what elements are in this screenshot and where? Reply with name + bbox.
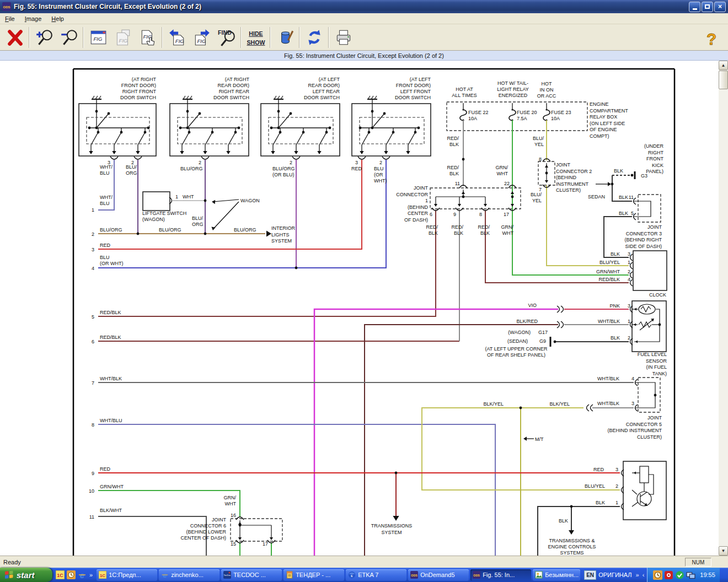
clockq-icon	[67, 570, 76, 579]
maximize-button[interactable]	[702, 2, 713, 12]
diagram-label: RIGHT REAR	[219, 89, 250, 94]
toolbar-refresh-button[interactable]	[302, 26, 326, 49]
toolbar-figure-window-button[interactable]: FIG	[85, 26, 110, 49]
diagram-label: WHT/	[100, 164, 113, 170]
diagram-label: RELAY BOX	[590, 114, 617, 120]
minimize-button[interactable]	[689, 2, 700, 12]
quick-launch: 1Сe»	[55, 569, 94, 580]
connector-arc	[561, 306, 564, 312]
diagram-label: OF DASH)	[404, 217, 428, 223]
diagram-label: RED/	[451, 224, 463, 230]
diagram-label: G3	[641, 173, 647, 179]
joint-connector-1	[430, 188, 521, 209]
diagram-label: WHT/BLK	[100, 376, 122, 381]
diagram-label: DOOR SWITCH	[213, 95, 249, 100]
svg-text:ODS: ODS	[473, 574, 480, 577]
diagram-label: BLK	[449, 171, 459, 176]
toolbar-print-button[interactable]	[331, 26, 356, 49]
diagram-label: FUEL LEVEL	[638, 352, 667, 357]
vertical-scrollbar[interactable]: ▲ ▼	[719, 61, 728, 556]
diagram-label: 5	[92, 314, 94, 320]
taskbar-task-etka-7[interactable]: EETKA 7	[346, 569, 406, 581]
netmon-icon	[686, 570, 695, 580]
toolbar-zoom-in-button[interactable]	[31, 26, 56, 49]
diagram-label: CONNECTOR 6	[190, 523, 226, 529]
quick-launch-chevron[interactable]: »	[88, 572, 94, 578]
taskbar-task--[interactable]: Безымянн...	[533, 569, 580, 581]
diagram-label: YEL	[534, 142, 544, 147]
toolbar-separator	[240, 27, 242, 48]
tray-netmon[interactable]	[686, 570, 695, 580]
taskbar-task-ondemand5[interactable]: ODSOnDemand5	[408, 569, 469, 581]
diagram-label: GRN/WHT	[100, 484, 124, 489]
tray-collapse-icon[interactable]: ‹	[641, 572, 646, 578]
tray-chevron-icon[interactable]: »	[634, 572, 641, 578]
language-indicator[interactable]: EN	[584, 570, 596, 580]
door-switch-internals	[359, 96, 424, 154]
diagram-label: ENGINE CONTROLS	[548, 544, 596, 549]
toolbar-previous-figure-button[interactable]: FIG	[164, 26, 189, 49]
diagram-label: ORG	[192, 222, 204, 227]
taskbar-task-fig-55-in-[interactable]: ODSFig. 55: In...	[470, 569, 531, 581]
tray-clockq[interactable]	[653, 570, 662, 580]
menu-help[interactable]: Help	[46, 14, 69, 23]
quick-launch-ie[interactable]: e	[77, 569, 88, 580]
diagram-label: (BEHIND LOWER	[186, 529, 226, 535]
toolbar-markers-button[interactable]	[272, 26, 297, 49]
taskbar-task-tecdoc-[interactable]: TecDocTECDOC ...	[221, 569, 282, 581]
svg-text:ODS: ODS	[3, 6, 10, 9]
ie-icon: e	[161, 571, 169, 579]
tray-red[interactable]	[664, 570, 673, 580]
taskbar-task-zinchenko-[interactable]: ezinchenko...	[159, 569, 220, 581]
menu-file[interactable]: File	[0, 14, 20, 23]
wiring-diagram: (AT RIGHTFRONT DOOR)RIGHT FRONTDOOR SWIT…	[0, 61, 728, 556]
scroll-down-button[interactable]: ▼	[719, 546, 728, 556]
quick-launch-clockq[interactable]	[66, 569, 77, 580]
wire-wagon-line-2	[213, 202, 239, 229]
diagram-label: 7	[92, 380, 94, 386]
diagram-label: BLK	[596, 500, 605, 505]
diagram-label: BLK	[611, 251, 620, 257]
diagram-label: (BEHIND	[556, 175, 577, 180]
diagram-label: COMPT)	[590, 133, 609, 139]
diagram-label: HOT W/ TAIL-	[497, 80, 528, 86]
diagram-label: WHT/BLK	[597, 401, 619, 406]
toolbar-zoom-out-button[interactable]	[56, 26, 81, 49]
start-button[interactable]: start	[0, 568, 52, 582]
toolbar-close-figure-button[interactable]	[2, 26, 27, 49]
quick-launch-c1[interactable]: 1С	[55, 569, 66, 580]
diagram-label: BLK/YEL	[483, 401, 504, 407]
figure-viewport[interactable]: (AT RIGHTFRONT DOOR)RIGHT FRONTDOOR SWIT…	[0, 61, 728, 556]
diagram-label: 1	[615, 500, 618, 505]
task-label: ETKA 7	[358, 572, 378, 578]
door-switch-rf	[79, 104, 156, 156]
system-tray: 19:55	[647, 568, 720, 582]
toolbar-find-button[interactable]: FIND	[214, 26, 239, 49]
diagram-label: JOINT	[414, 185, 429, 191]
close-button[interactable]: ×	[714, 2, 726, 12]
output-shaft-speed-sensor	[623, 461, 666, 520]
hideshow-icon: HIDESHOW	[247, 28, 265, 47]
diagram-label: LIFTGATE SWITCH	[142, 211, 186, 216]
diagram-label: ORG	[126, 170, 137, 176]
menu-image[interactable]: Image	[20, 14, 47, 23]
toolbar-help-button[interactable]: ?	[699, 26, 724, 50]
toolbar-figure-pan-button[interactable]: FIG	[135, 26, 160, 49]
taskbar-task-1-[interactable]: 1С1С:Предп...	[97, 569, 157, 581]
diagram-label: 9	[453, 212, 456, 217]
diagram-label: BLU/ORG	[100, 227, 122, 233]
scroll-up-button[interactable]: ▲	[719, 61, 728, 70]
green-icon	[675, 570, 684, 580]
diagram-label: BLU	[374, 166, 384, 171]
toolbar-hide-show-button[interactable]: HIDESHOW	[243, 26, 268, 49]
diagram-label: 11	[629, 195, 634, 200]
fighand-icon: FIG	[138, 28, 157, 47]
toolbar-figure-disabled-button[interactable]: FIG	[110, 26, 135, 49]
diagram-label: YEL	[532, 198, 542, 203]
scroll-thumb[interactable]	[719, 71, 728, 89]
tray-green[interactable]	[675, 570, 684, 580]
clockq-icon	[653, 570, 662, 580]
diagram-label: BLK	[619, 211, 628, 216]
toolbar-next-figure-button[interactable]: FIG	[189, 26, 214, 49]
taskbar-task--[interactable]: ТЕНДЕР - ...	[283, 569, 344, 581]
